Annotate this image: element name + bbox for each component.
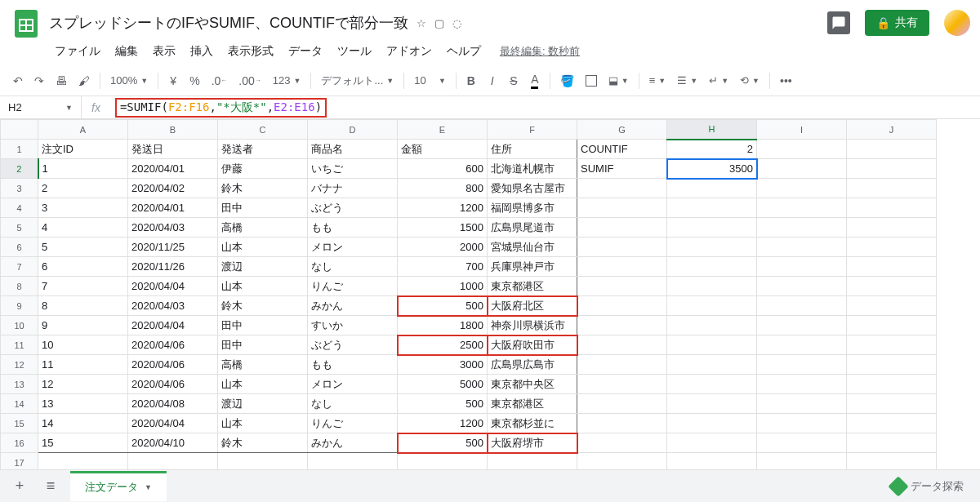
print-button[interactable]: 🖶 (51, 71, 72, 91)
cell[interactable]: 伊藤 (218, 159, 308, 179)
cell[interactable] (847, 414, 937, 433)
cell[interactable]: 渡辺 (218, 257, 308, 277)
cell[interactable] (667, 316, 757, 335)
cell[interactable]: 2000 (398, 238, 488, 257)
col-header-E[interactable]: E (398, 120, 488, 140)
cell[interactable]: 発送日 (128, 140, 218, 159)
name-box[interactable]: H2 ▼ (0, 96, 82, 118)
cell[interactable]: 2020/04/10 (128, 433, 218, 453)
cell[interactable] (847, 218, 937, 238)
cell[interactable] (757, 414, 847, 433)
increase-decimal-button[interactable]: .00→ (234, 71, 265, 91)
cell[interactable]: 田中 (218, 316, 308, 335)
cell[interactable]: 500 (398, 394, 488, 414)
row-header[interactable]: 6 (1, 238, 38, 257)
cell[interactable] (577, 296, 667, 316)
cell[interactable]: 鈴木 (218, 179, 308, 198)
cell[interactable] (847, 355, 937, 375)
col-header-A[interactable]: A (38, 120, 128, 140)
cell[interactable]: 3000 (398, 355, 488, 375)
cell[interactable] (847, 198, 937, 218)
cell[interactable]: 田中 (218, 335, 308, 355)
cell[interactable] (757, 238, 847, 257)
cell[interactable] (847, 159, 937, 179)
undo-button[interactable]: ↶ (8, 71, 28, 91)
sheet-tab[interactable]: 注文データ ▼ (70, 471, 167, 501)
cell[interactable] (847, 296, 937, 316)
formula-input[interactable]: =SUMIF(F2:F16,"*大阪*",E2:E16) (110, 98, 980, 118)
toolbar-more-button[interactable]: ••• (775, 71, 797, 91)
cell[interactable] (847, 179, 937, 198)
redo-button[interactable]: ↷ (29, 71, 49, 91)
borders-button[interactable] (581, 72, 602, 90)
cell[interactable]: 北海道札幌市 (488, 159, 577, 179)
bold-button[interactable]: B (461, 71, 481, 91)
cell[interactable]: 山本 (218, 375, 308, 394)
cell[interactable]: 高橋 (218, 355, 308, 375)
cell[interactable]: 5000 (398, 375, 488, 394)
cell[interactable]: 9 (38, 316, 128, 335)
cell[interactable]: 東京都港区 (488, 277, 577, 296)
cell[interactable] (757, 335, 847, 355)
menu-addons[interactable]: アドオン (381, 41, 438, 62)
decrease-decimal-button[interactable]: .0← (207, 71, 233, 91)
cell[interactable] (757, 355, 847, 375)
cell[interactable]: 金額 (398, 140, 488, 159)
cell[interactable]: 600 (398, 159, 488, 179)
menu-file[interactable]: ファイル (49, 41, 106, 62)
cell[interactable] (577, 316, 667, 335)
cell[interactable]: 発送者 (218, 140, 308, 159)
cell[interactable]: 1200 (398, 414, 488, 433)
h-align-button[interactable]: ≡▼ (644, 73, 671, 88)
cell[interactable]: 東京都杉並に (488, 414, 577, 433)
cell[interactable]: 2020/04/04 (128, 277, 218, 296)
cell[interactable]: メロン (308, 375, 398, 394)
font-select[interactable]: デフォルト...▼ (316, 72, 399, 90)
cell[interactable] (757, 198, 847, 218)
italic-button[interactable]: I (483, 71, 502, 91)
cell[interactable] (577, 179, 667, 198)
row-header[interactable]: 12 (1, 355, 38, 375)
cell[interactable]: 鈴木 (218, 296, 308, 316)
cell[interactable] (577, 238, 667, 257)
cell[interactable]: ぶどう (308, 198, 398, 218)
menu-view[interactable]: 表示 (147, 41, 181, 62)
cell[interactable] (667, 296, 757, 316)
col-header-B[interactable]: B (128, 120, 218, 140)
cell[interactable]: 2020/04/01 (128, 198, 218, 218)
row-header[interactable]: 13 (1, 375, 38, 394)
cell[interactable]: 4 (38, 218, 128, 238)
cell[interactable] (577, 355, 667, 375)
cell[interactable]: 鈴木 (218, 433, 308, 453)
cell[interactable] (667, 238, 757, 257)
cell[interactable]: 2020/04/03 (128, 218, 218, 238)
star-icon[interactable]: ☆ (416, 17, 426, 29)
cell[interactable]: 2 (667, 140, 757, 159)
cell[interactable] (847, 433, 937, 453)
cell[interactable]: りんご (308, 414, 398, 433)
cell[interactable]: 2020/04/01 (128, 159, 218, 179)
col-header-F[interactable]: F (488, 120, 577, 140)
font-size-select[interactable]: 10 ▼ (409, 73, 451, 88)
cell[interactable] (667, 375, 757, 394)
cell[interactable]: 山本 (218, 414, 308, 433)
cell[interactable]: 14 (38, 414, 128, 433)
row-header[interactable]: 11 (1, 335, 38, 355)
col-header-G[interactable]: G (577, 120, 667, 140)
cell[interactable]: 2020/04/02 (128, 179, 218, 198)
zoom-select[interactable]: 100%▼ (105, 73, 153, 88)
cell[interactable] (847, 238, 937, 257)
cell[interactable]: 500 (398, 433, 488, 453)
col-header-J[interactable]: J (847, 120, 937, 140)
cell[interactable]: 1000 (398, 277, 488, 296)
cell[interactable]: 大阪府吹田市 (488, 335, 577, 355)
cell[interactable]: 田中 (218, 198, 308, 218)
cell[interactable]: 2020/04/06 (128, 335, 218, 355)
cell[interactable]: もも (308, 218, 398, 238)
cell[interactable]: 山本 (218, 238, 308, 257)
cell[interactable]: 2020/11/25 (128, 238, 218, 257)
cell[interactable]: 2020/04/04 (128, 316, 218, 335)
cell[interactable] (757, 394, 847, 414)
share-button[interactable]: 🔒 共有 (865, 10, 929, 36)
cell[interactable]: 大阪府堺市 (488, 433, 577, 453)
